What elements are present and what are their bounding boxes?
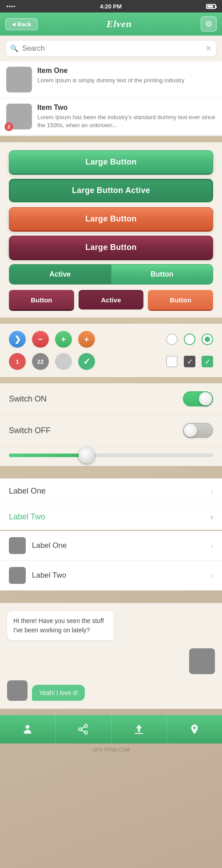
back-button[interactable]: Back (5, 18, 38, 30)
switch-on-row: Switch ON (0, 383, 222, 415)
label-one-text: Label One (9, 486, 46, 496)
signal-icon: ▪▪▪▪ (6, 3, 16, 9)
svg-point-0 (26, 725, 30, 729)
item-thumbnail (6, 67, 32, 92)
badge: 2 (4, 122, 13, 131)
gear-icon: ⚙ (205, 19, 212, 29)
item-thumbnail: 2 (6, 104, 32, 129)
icons-section: ❯ − + + 1 22 ✓ ✓ ✓ (0, 324, 222, 377)
icon-label-thumb-1 (9, 537, 26, 554)
tab-person[interactable] (0, 715, 56, 743)
tab-share[interactable] (56, 715, 111, 743)
plus-icon[interactable]: + (55, 331, 72, 348)
item-text: Item Two Lorem Ipsum has been the indust… (37, 104, 216, 129)
small-orange-button[interactable]: Button (148, 290, 213, 309)
chat-bubble-1: Hi there! Have you seen the stuff I've b… (7, 611, 114, 640)
list-item[interactable]: 2 Item Two Lorem Ipsum has been the indu… (0, 98, 222, 135)
icon-label-row-2[interactable]: Label Two › (0, 561, 222, 591)
switch-on-label: Switch ON (9, 394, 47, 404)
icons-row-top: ❯ − + + (9, 331, 213, 348)
svg-point-3 (85, 731, 88, 735)
svg-point-1 (85, 725, 88, 728)
toggle-off[interactable] (183, 423, 213, 438)
radio-unchecked[interactable] (166, 334, 178, 345)
svg-point-2 (79, 728, 82, 731)
chevron-icon-2: › (210, 512, 213, 522)
checkbox-checked-dark[interactable]: ✓ (184, 356, 195, 367)
icon-label-row-1[interactable]: Label One › (0, 531, 222, 561)
gear-button[interactable]: ⚙ (201, 16, 217, 32)
minus-icon[interactable]: − (32, 331, 49, 348)
radio-checked[interactable] (202, 334, 213, 345)
clear-icon[interactable]: ✕ (205, 44, 212, 53)
watermark: GFX XTRA.COM (0, 743, 222, 756)
switch-off-label: Switch OFF (9, 426, 51, 435)
circle-gray (55, 353, 72, 370)
icon-label-thumb-2 (9, 567, 26, 584)
number-badge-22: 22 (32, 353, 49, 370)
slider-track (9, 454, 213, 457)
large-orange-button[interactable]: Large Button (9, 207, 213, 230)
switch-off-row: Switch OFF (0, 415, 222, 446)
radio-half-checked[interactable] (184, 334, 195, 345)
slider-row (0, 446, 222, 466)
time-display: 4:20 PM (100, 3, 122, 10)
battery-indicator (206, 4, 216, 9)
chevron-right-icon[interactable]: ❯ (9, 331, 26, 348)
chevron-icon-3: › (210, 541, 213, 551)
label-two-text: Label Two (9, 512, 45, 522)
label-section: Label One › Label Two › (0, 478, 222, 530)
search-icon: 🔍 (10, 44, 19, 52)
checkmark-icon[interactable]: ✓ (78, 353, 95, 370)
chevron-icon-1: › (210, 486, 213, 496)
small-dark-red-active-button[interactable]: Active (79, 290, 144, 309)
tab-bar (0, 715, 222, 743)
checkbox-checked-green[interactable]: ✓ (202, 356, 213, 367)
number-badge-1: 1 (9, 353, 26, 370)
button-section: Large Button Large Button Active Large B… (0, 142, 222, 317)
chat-right-thumbnail (189, 648, 215, 674)
chat-section: Hi there! Have you seen the stuff I've b… (0, 603, 222, 709)
list-item[interactable]: Item One Lorem Ipsum is simply dummy tex… (0, 61, 222, 98)
svg-rect-6 (135, 733, 143, 734)
slider-fill (9, 454, 87, 457)
chevron-icon-4: › (210, 571, 213, 580)
svg-line-5 (82, 727, 85, 728)
large-green-button[interactable]: Large Button (9, 150, 213, 173)
tab-upload[interactable] (111, 715, 167, 743)
svg-line-4 (82, 730, 85, 732)
label-row-2[interactable]: Label Two › (0, 504, 222, 530)
large-dark-red-button[interactable]: Large Button (9, 236, 213, 259)
small-button-row: Button Active Button (9, 290, 213, 309)
split-left-button[interactable]: Active (9, 265, 111, 284)
item-text: Item One Lorem Ipsum is simply dummy tex… (37, 67, 216, 84)
slider-thumb[interactable] (79, 447, 95, 463)
search-input[interactable] (22, 44, 202, 52)
split-right-button[interactable]: Button (111, 265, 213, 284)
item-title: Item Two (37, 104, 216, 112)
large-green-active-button[interactable]: Large Button Active (9, 179, 213, 202)
item-desc: Lorem Ipsum is simply dummy text of the … (37, 76, 216, 84)
search-bar[interactable]: 🔍 ✕ (5, 40, 217, 57)
nav-title: Elven (107, 18, 132, 30)
checkbox-unchecked[interactable] (166, 356, 178, 367)
tab-location[interactable] (167, 715, 222, 743)
item-title: Item One (37, 67, 216, 75)
nav-bar: Back Elven ⚙ (0, 12, 222, 36)
icon-label-one-text: Label One (32, 541, 204, 550)
icons-row-bottom: 1 22 ✓ ✓ ✓ (9, 353, 213, 370)
switch-section: Switch ON Switch OFF (0, 383, 222, 446)
split-button-row: Active Button (9, 264, 213, 285)
small-dark-red-button[interactable]: Button (9, 290, 74, 309)
plus-blue-icon[interactable]: + (78, 331, 95, 348)
toggle-on[interactable] (183, 391, 213, 406)
label-row-1[interactable]: Label One › (0, 478, 222, 504)
chat-bubble-2: Yeah! I love it! (32, 685, 85, 701)
status-bar: ▪▪▪▪ 4:20 PM (0, 0, 222, 12)
icon-label-two-text: Label Two (32, 571, 204, 580)
item-desc: Lorem Ipsum has been the industry's stan… (37, 113, 216, 129)
list-section: Item One Lorem Ipsum is simply dummy tex… (0, 61, 222, 136)
search-bar-wrap: 🔍 ✕ (0, 36, 222, 61)
chat-avatar-row: Yeah! I love it! (7, 680, 215, 701)
icon-label-section: Label One › Label Two › (0, 531, 222, 591)
